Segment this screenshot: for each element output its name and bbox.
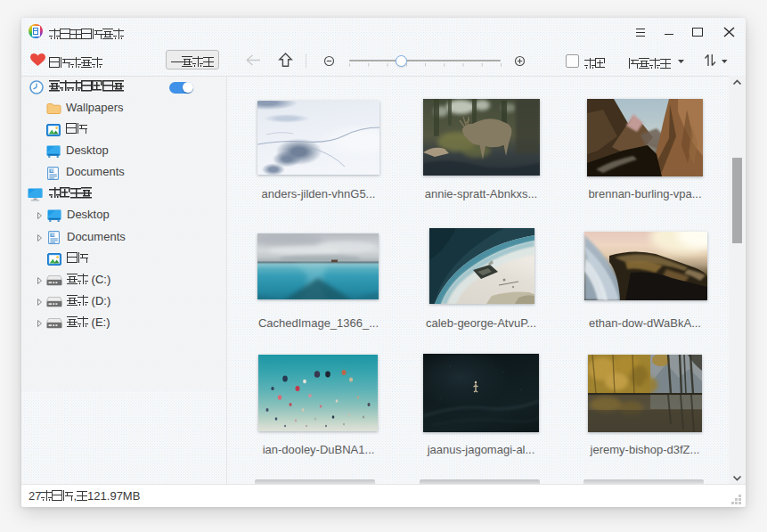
- svg-text:W: W: [50, 168, 54, 173]
- svg-text:W: W: [51, 233, 55, 237]
